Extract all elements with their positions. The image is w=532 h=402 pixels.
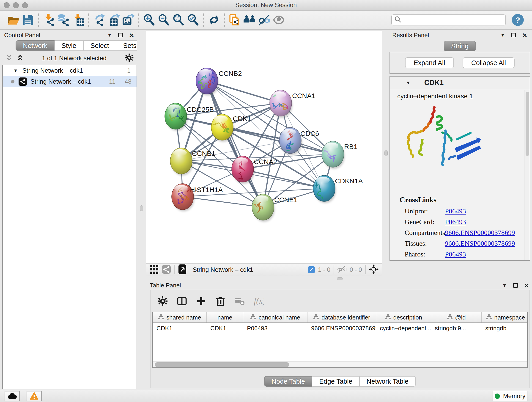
save-session-button[interactable] (21, 13, 35, 27)
delete-table-icon[interactable] (234, 296, 245, 307)
network-list: ▼ String Network – cdk1 1 String Network… (2, 65, 137, 389)
control-panel-chevron-down-icon[interactable]: ▼ (107, 32, 112, 38)
table-panel-chevron-down-icon[interactable]: ▼ (502, 283, 507, 288)
zoom-out-button[interactable] (157, 13, 171, 27)
gear-icon[interactable] (157, 296, 168, 307)
results-actions: Expand All Collapse All (389, 52, 530, 74)
network-node-HIST1H1A[interactable]: HIST1H1A (172, 182, 223, 211)
selected-checkbox-icon[interactable]: ✓ (308, 266, 315, 273)
column-header-name[interactable]: name (207, 313, 243, 322)
tab-select[interactable]: Select (84, 40, 116, 51)
column-header-database-identifier[interactable]: database identifier (307, 313, 376, 322)
table-row[interactable]: CDK1CDK1P064939606.ENSP00000378699cyclin… (153, 323, 527, 333)
node-details-chevron-icon[interactable]: ▼ (406, 80, 411, 85)
tab-string[interactable]: String (444, 41, 476, 51)
results-panel-close-button[interactable]: × (522, 33, 527, 37)
string-eye-button[interactable] (272, 13, 286, 27)
table-horizontal-scrollbar[interactable] (153, 361, 527, 367)
open-session-button[interactable] (6, 13, 21, 27)
column-header-description[interactable]: description (376, 313, 431, 322)
column-header-canonical-name[interactable]: canonical name (243, 313, 307, 322)
maximize-window-button[interactable] (22, 2, 28, 8)
string-hide-glasses-button[interactable] (257, 13, 272, 27)
left-splitter-handle[interactable] (140, 205, 143, 211)
close-window-button[interactable] (4, 2, 10, 8)
table-panel-float-button[interactable] (513, 283, 518, 288)
network-edge[interactable] (243, 169, 324, 188)
import-network-from-database-button[interactable] (56, 13, 71, 27)
network-node-CCNB2[interactable]: CCNB2 (194, 68, 242, 96)
network-row[interactable]: String Network – cdk1 11 48 (3, 76, 137, 87)
zoom-fit-content-button[interactable] (171, 13, 186, 27)
horizontal-splitter-handle[interactable] (337, 277, 343, 280)
string-view-icon[interactable] (162, 265, 171, 274)
string-copy-network-button[interactable] (228, 13, 242, 27)
control-panel-float-button[interactable] (118, 33, 123, 37)
column-header-shared-name[interactable]: shared name (153, 313, 207, 322)
right-splitter[interactable] (382, 31, 389, 263)
search-input[interactable] (402, 17, 503, 24)
table-scrollbar-thumb[interactable] (155, 362, 289, 367)
column-header-namespace[interactable]: namespace (481, 313, 528, 322)
network-node-CDKN1A[interactable]: CDKN1A (313, 175, 363, 204)
tab-network[interactable]: Network (16, 40, 55, 51)
results-panel-float-button[interactable] (511, 33, 516, 37)
expand-all-networks-icon[interactable] (17, 54, 24, 62)
table-panel-close-button[interactable]: × (524, 283, 529, 288)
column-header-@id[interactable]: @id (431, 313, 481, 322)
string-homes-button[interactable] (242, 13, 257, 27)
search-box[interactable] (391, 14, 506, 26)
network-collection-row[interactable]: ▼ String Network – cdk1 1 (3, 65, 137, 76)
import-network-button[interactable] (41, 13, 56, 27)
network-canvas[interactable]: CCNB2CCNA1CDC25BCDK1CDC6RB1CCNB1CCNA2CDK… (146, 31, 382, 263)
node-details-header[interactable]: ▼ CDK1 (390, 77, 530, 89)
split-columns-icon[interactable] (177, 296, 187, 307)
zoom-in-button[interactable] (142, 13, 157, 27)
crosslink-link[interactable]: P06493 (445, 250, 466, 258)
zoom-selected-button[interactable] (186, 13, 201, 27)
collection-expand-icon[interactable]: ▼ (13, 68, 18, 73)
export-image-button[interactable] (121, 13, 136, 27)
export-table-button[interactable] (106, 13, 121, 27)
cloud-status-button[interactable] (5, 391, 20, 401)
grid-view-icon[interactable] (150, 265, 158, 274)
tab-network-table[interactable]: Network Table (360, 376, 416, 387)
control-panel-close-button[interactable]: × (129, 33, 134, 37)
function-icon[interactable]: f(x) (254, 296, 264, 307)
right-splitter-handle[interactable] (385, 150, 388, 156)
crosslink-link[interactable]: P06493 (445, 218, 466, 226)
tab-edge-table[interactable]: Edge Table (312, 376, 360, 387)
crosslink-link[interactable]: 9606.ENSP00000378699 (445, 240, 515, 247)
network-node-RB1[interactable]: RB1 (320, 141, 357, 169)
collapse-all-networks-icon[interactable] (6, 54, 13, 62)
left-splitter[interactable] (137, 31, 146, 263)
birds-eye-view-icon[interactable] (178, 264, 186, 275)
network-node-CDK1[interactable]: CDK1 (209, 114, 251, 142)
warning-status-button[interactable] (27, 391, 42, 401)
network-options-gear-icon[interactable] (125, 53, 134, 63)
help-button[interactable]: ? (512, 14, 524, 26)
network-node-CDC6[interactable]: CDC6 (279, 128, 319, 155)
collapse-all-button[interactable]: Collapse All (462, 57, 515, 68)
results-panel-chevron-down-icon[interactable]: ▼ (500, 32, 505, 38)
results-scrollbar-thumb[interactable] (526, 92, 529, 156)
crosslink-link[interactable]: 9606.ENSP00000378699 (445, 229, 515, 236)
network-node-CCNE1[interactable]: CCNE1 (252, 194, 298, 222)
network-graph[interactable]: CCNB2CCNA1CDC25BCDK1CDC6RB1CCNB1CCNA2CDK… (146, 31, 382, 263)
memory-button[interactable]: Memory (493, 391, 527, 401)
tab-node-table[interactable]: Node Table (264, 376, 312, 387)
minimize-window-button[interactable] (13, 2, 19, 8)
toolbar-separator (138, 13, 139, 27)
add-column-icon[interactable] (196, 296, 206, 307)
delete-column-icon[interactable] (215, 296, 226, 307)
network-node-CCNB1[interactable]: CCNB1 (170, 148, 215, 176)
refresh-view-button[interactable] (207, 13, 221, 27)
network-edge[interactable] (183, 197, 263, 207)
import-table-button[interactable] (71, 13, 85, 27)
fit-selection-crosshair-icon[interactable] (369, 264, 379, 275)
expand-all-button[interactable]: Expand All (405, 57, 454, 68)
crosslink-link[interactable]: P06493 (445, 207, 466, 215)
network-node-CCNA2[interactable]: CCNA2 (232, 156, 277, 184)
export-network-button[interactable] (92, 13, 106, 27)
tab-style[interactable]: Style (55, 40, 83, 51)
